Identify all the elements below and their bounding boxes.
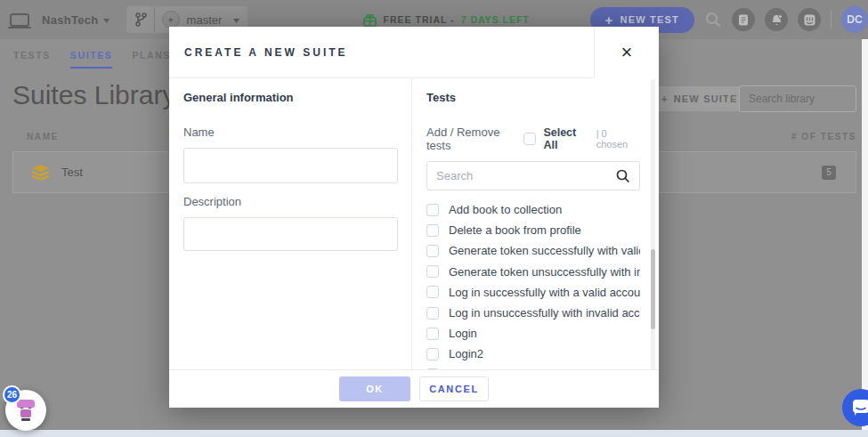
modal-scrollbar[interactable] [651,79,655,396]
test-list: Add book to collection Delete a book fro… [426,199,645,369]
column-header-test-count: # OF TESTS [791,132,856,142]
test-checkbox[interactable] [426,245,439,257]
cancel-button[interactable]: CANCEL [419,376,489,401]
modal-footer: OK CANCEL [169,369,659,408]
user-avatar[interactable]: DC [841,6,868,33]
test-label: Generate token successfully with valid a… [449,244,640,257]
divider [728,88,729,109]
test-list-item[interactable]: Log in unsuccessfully with invalid accou… [426,303,645,323]
general-info-section: General information Name Description [169,79,412,369]
tests-title: Tests [426,91,645,104]
column-header-name: NAME [27,132,59,142]
test-checkbox[interactable] [426,286,439,298]
description-label: Description [183,195,397,208]
test-list-item[interactable]: Generate token unsuccessfully with inval… [426,262,645,282]
general-info-title: General information [183,91,397,104]
org-name[interactable]: NashTech [42,13,99,27]
gift-icon [362,12,377,28]
page-vertical-scrollbar[interactable] [862,39,868,430]
test-list-item[interactable]: Login [426,323,645,344]
suite-layers-icon [32,165,49,180]
add-remove-label: Add / Remove tests [426,125,523,152]
test-label: Log in successfully with a valid account [449,286,640,299]
test-checkbox[interactable] [426,348,439,360]
tab-plans[interactable]: PLANS [132,50,171,69]
tab-tests[interactable]: TESTS [13,50,51,69]
divider [154,7,155,32]
robot-base [21,418,30,421]
chosen-count: | 0 chosen [596,128,639,150]
test-search-box [426,161,640,190]
test-list-item[interactable]: Delete a book from profile [426,220,645,240]
git-branch-icon [135,12,147,27]
modal-title: CREATE A NEW SUITE [184,46,348,59]
suite-name-input[interactable] [183,148,398,183]
ok-button[interactable]: OK [339,376,410,401]
test-list-item[interactable]: Log in successfully with a valid account [426,282,645,303]
chat-bubble-icon [852,399,868,417]
test-list-item[interactable]: Add book to collection [426,199,645,220]
library-search-input[interactable] [739,85,856,112]
tests-section: Tests Add / Remove tests Select All | 0 … [413,79,659,369]
test-label: Login [449,327,477,340]
branch-name: master [187,13,223,27]
page-horizontal-scrollbar[interactable] [0,430,868,437]
test-label: Generate token unsuccessfully with inval… [449,265,640,279]
test-search-input[interactable] [436,169,616,182]
close-icon[interactable]: × [594,27,659,78]
name-label: Name [183,125,397,139]
new-suite-button[interactable]: + NEW SUITE [647,86,752,111]
test-label: Add book to collection [449,203,562,216]
test-label: Log in unsuccessfully with invalid accou… [449,306,640,320]
select-all-checkbox[interactable] [523,133,536,145]
select-all-label[interactable]: Select All [543,126,590,151]
modal-body: General information Name Description Tes… [169,79,659,369]
test-label: Delete a book from profile [449,223,581,237]
modal-header: CREATE A NEW SUITE [169,27,659,78]
app-screen: NashTech ▾ ✦ master ▾ FREE TRIAL - 7 DAY… [0,0,868,437]
robot-mascot-icon [17,400,35,408]
test-checkbox[interactable] [426,328,439,340]
chevron-down-icon: ▾ [103,15,110,25]
tab-suites[interactable]: SUITES [70,50,113,69]
scrollbar-thumb[interactable] [651,249,655,329]
test-checkbox[interactable] [426,224,439,237]
docs-icon[interactable] [732,8,755,31]
plus-icon: + [661,93,669,104]
test-list-item[interactable]: Login2 [426,344,645,364]
test-checkbox[interactable] [426,204,439,216]
robot-body [20,409,31,417]
notifications-icon[interactable] [765,8,788,31]
assistant-badge[interactable]: 26 [3,385,21,404]
create-suite-modal: CREATE A NEW SUITE × General information… [169,27,659,408]
suite-description-input[interactable] [183,217,398,251]
trial-label: FREE TRIAL - [384,14,455,25]
pin-icon: ✦ [162,11,180,28]
trial-days-left: 7 DAYS LEFT [461,14,530,25]
new-test-label: NEW TEST [621,14,679,25]
test-list-item[interactable]: Generate token successfully with valid a… [426,240,645,261]
workspace-icon [10,13,29,27]
select-all-group: Select All | 0 chosen [523,126,639,151]
test-count-badge: 5 [822,166,836,180]
test-label: Login2 [449,347,483,360]
divider [831,11,831,28]
chat-widget-button[interactable] [842,389,868,426]
messenger-icon[interactable] [798,8,821,31]
test-checkbox[interactable] [426,307,439,320]
search-icon[interactable] [704,11,722,28]
chevron-down-icon: ▾ [233,15,239,25]
add-remove-row: Add / Remove tests Select All | 0 chosen [426,125,645,152]
plus-icon: + [605,12,614,28]
test-checkbox[interactable] [426,265,439,278]
suite-name: Test [61,166,83,179]
search-icon [616,169,630,183]
